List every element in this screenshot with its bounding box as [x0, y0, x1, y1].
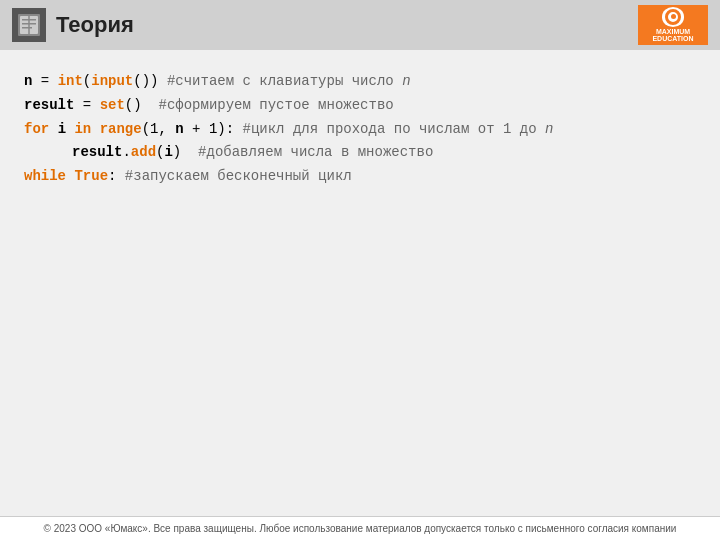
- var-i: i: [58, 121, 66, 137]
- fn-set: set: [100, 97, 125, 113]
- kw-in: in: [74, 121, 91, 137]
- comment-3: #цикл для прохода по числам от 1 до n: [243, 121, 554, 137]
- comment-4: #добавляем числа в множество: [190, 144, 434, 160]
- var-result2: result: [72, 144, 122, 160]
- fn-true: True: [74, 168, 108, 184]
- comment-2: #сформируем пустое множество: [150, 97, 394, 113]
- fn-input: input: [91, 73, 133, 89]
- logo-box: MAXIMUMEDUCATION: [638, 5, 708, 45]
- header: Теория MAXIMUMEDUCATION: [0, 0, 720, 50]
- code-line-2: result = set() #сформируем пустое множес…: [24, 94, 696, 118]
- main-content: n = int(input()) #считаем с клавиатуры ч…: [0, 50, 720, 516]
- logo-area: MAXIMUMEDUCATION: [638, 5, 708, 45]
- code-block: n = int(input()) #считаем с клавиатуры ч…: [24, 70, 696, 189]
- var-i2: i: [164, 144, 172, 160]
- page-title: Теория: [56, 12, 134, 38]
- fn-range: range: [100, 121, 142, 137]
- footer: © 2023 ООО «Юмакс». Все права защищены. …: [0, 516, 720, 540]
- kw-while: while: [24, 168, 66, 184]
- comment-5: #запускаем бесконечный цикл: [125, 168, 352, 184]
- logo-text: MAXIMUMEDUCATION: [652, 28, 693, 43]
- header-left: Теория: [12, 8, 134, 42]
- comment-1: #считаем с клавиатуры число n: [167, 73, 411, 89]
- code-line-5: while True: #запускаем бесконечный цикл: [24, 165, 696, 189]
- code-line-4: result.add(i) #добавляем числа в множест…: [24, 141, 696, 165]
- book-icon: [12, 8, 46, 42]
- kw-for: for: [24, 121, 49, 137]
- code-line-1: n = int(input()) #считаем с клавиатуры ч…: [24, 70, 696, 94]
- var-n2: n: [175, 121, 183, 137]
- code-line-3: for i in range(1, n + 1): #цикл для прох…: [24, 118, 696, 142]
- footer-text: © 2023 ООО «Юмакс». Все права защищены. …: [44, 523, 677, 534]
- fn-int: int: [58, 73, 83, 89]
- svg-rect-4: [22, 27, 32, 29]
- var-result: result: [24, 97, 74, 113]
- fn-add: add: [131, 144, 156, 160]
